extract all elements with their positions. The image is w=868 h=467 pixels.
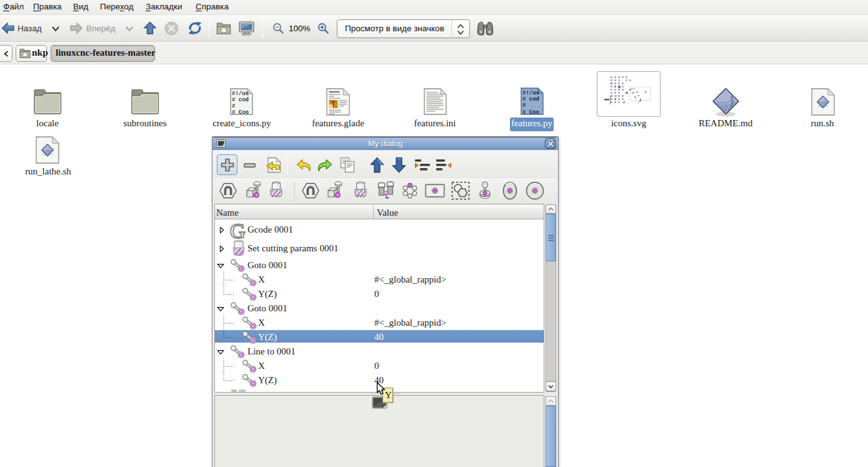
svg-text:# Coo: # Coo [232,109,249,115]
svg-text:#!/us: #!/us [522,90,539,96]
svg-text:#!/us: #!/us [232,91,249,97]
svg-text:G: G [230,219,246,243]
svg-text:# Coo: # Coo [522,109,539,115]
svg-text:# cod: # cod [232,97,249,103]
svg-text:#: # [522,103,526,109]
svg-text:#: # [232,103,236,109]
svg-text:# cod: # cod [522,96,539,103]
